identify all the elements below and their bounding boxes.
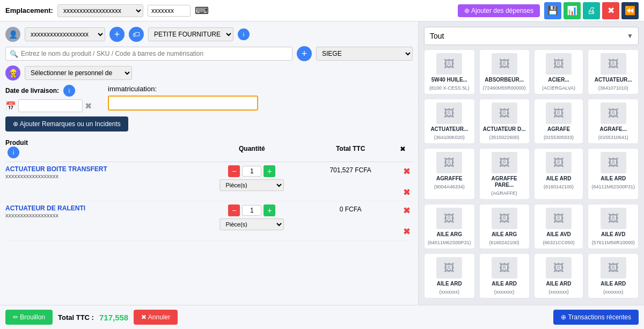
card-name-8: AGRAFFE — [436, 176, 462, 182]
category-icon: 🏷 — [129, 27, 144, 42]
filter-select[interactable]: Tout — [424, 27, 639, 45]
card-image-9: 🖼 — [492, 152, 517, 173]
transactions-button[interactable]: ⊕ Transactions récentes — [553, 310, 639, 325]
delete-product-2[interactable]: ✖ — [403, 206, 410, 216]
search-icon: 🔍 — [10, 50, 18, 58]
card-image-1: 🖼 — [492, 53, 517, 75]
category-info-button[interactable]: i — [238, 28, 250, 40]
card-sku-16: (xxxxxxx) — [440, 289, 460, 295]
product-row2-inner: ACTUATEUR DE RALENTI xxxxxxxxxxxxxxxxxx … — [5, 204, 413, 237]
card-name-11: AILE ARD — [601, 176, 626, 182]
delete-product-1[interactable]: ✖ — [403, 166, 410, 177]
card-name-17: AILE ARD — [492, 281, 517, 287]
personnel-select[interactable]: Sélectionner le personnel de — [25, 66, 132, 80]
card-sku-2: (ACIERGALVA) — [542, 85, 575, 91]
save-icon-button[interactable]: 💾 — [544, 2, 561, 19]
product-card-4[interactable]: 🖼 ACTUATEUR... (364100K020) — [424, 99, 475, 144]
location-input[interactable] — [148, 5, 191, 17]
date-input[interactable] — [18, 99, 83, 112]
qty-plus-2[interactable]: + — [264, 204, 275, 216]
product-card-1[interactable]: 🖼 ABSORBEUR... (72460M55R00000) — [479, 49, 530, 94]
card-image-4: 🖼 — [436, 103, 462, 124]
category-select[interactable]: PETITE FOURNITURE — [148, 27, 233, 41]
top-bar: Emplacement: xxxxxxxxxxxxxxxxxx ⌨ ⊕ Ajou… — [0, 0, 644, 21]
total-amount: 717,558 — [99, 313, 128, 322]
add-person-button[interactable]: + — [109, 27, 125, 42]
person-icon: 👤 — [5, 27, 20, 42]
card-image-18: 🖼 — [546, 257, 572, 279]
search-wrap: 🔍 — [5, 47, 292, 61]
product-card-14[interactable]: 🖼 AILE AVD (66321CC050) — [534, 204, 584, 249]
unit-select-2[interactable]: Pièce(s) — [219, 218, 284, 230]
card-name-5: ACTUATEUR D... — [483, 126, 526, 133]
delete-product-2b[interactable]: ✖ — [403, 226, 410, 237]
qty-minus-2[interactable]: − — [228, 204, 240, 216]
qty-input-2[interactable] — [242, 205, 261, 216]
product-card-9[interactable]: 🖼 AGRAFFE PARE... (AGRAFFE) — [479, 148, 530, 200]
emplacement-label: Emplacement: — [5, 6, 53, 14]
qty-input-1[interactable] — [242, 166, 261, 177]
card-sku-7: (0155310641) — [598, 135, 628, 140]
product-card-3[interactable]: 🖼 ACTUATEUR... (3641071010) — [588, 49, 639, 94]
product-card-16[interactable]: 🖼 AILE ARD (xxxxxxx) — [424, 253, 475, 298]
product-card-5[interactable]: 🖼 ACTUATEUR D... (3515022600) — [479, 99, 530, 144]
calendar-icon: 📅 — [5, 101, 16, 111]
product-card-2[interactable]: 🖼 ACIER... (ACIERGALVA) — [534, 49, 584, 94]
product-card-10[interactable]: 🖼 AILE ARD (6160142100) — [534, 148, 584, 200]
products-header: Produit i Quantité Total TTC ✖ — [5, 136, 413, 162]
close-icon-button[interactable]: ✖ — [602, 2, 619, 19]
product-card-19[interactable]: 🖼 AILE ARD (xxxxxxx) — [588, 253, 639, 298]
search-siege-row: 🔍 + SIEGE — [5, 46, 413, 61]
brouillon-button[interactable]: ✏ Brouillon — [5, 310, 53, 325]
product-name-link-2[interactable]: ACTUATEUR DE RALENTI — [5, 204, 203, 212]
product-info-button[interactable]: i — [8, 147, 19, 158]
product-qty-2: − + Pièce(s) — [203, 204, 302, 230]
card-name-6: AGRAFE — [547, 126, 570, 133]
add-expense-button[interactable]: ⊕ Ajouter des dépenses — [458, 4, 540, 17]
location-select[interactable]: xxxxxxxxxxxxxxxxxx — [57, 4, 143, 17]
add-remark-button[interactable]: ⊕ Ajouter Remarques ou un Incidents — [5, 116, 128, 131]
right-panel: Tout ▼ 🖼 5W40 HUILE... (8100 X-CESS 5L) … — [419, 21, 644, 305]
siege-select[interactable]: SIEGE — [316, 47, 413, 61]
card-image-12: 🖼 — [436, 208, 462, 229]
col-total-header: Total TTC — [301, 145, 400, 152]
product-card-8[interactable]: 🖼 AGRAFFE (9004A46334) — [424, 148, 475, 200]
product-card-7[interactable]: 🖼 AGRAFE... (0155310641) — [588, 99, 639, 144]
card-name-14: AILE AVD — [546, 231, 571, 238]
card-image-11: 🖼 — [601, 152, 626, 173]
product-name-link-1[interactable]: ACTUATEUR BOITE TRANSFERT — [5, 165, 203, 173]
product-card-13[interactable]: 🖼 AILE ARG (6160242100) — [479, 204, 530, 249]
card-sku-19: (xxxxxxx) — [603, 289, 624, 295]
col-product-header: Produit i — [5, 139, 203, 158]
product-card-0[interactable]: 🖼 5W40 HUILE... (8100 X-CESS 5L) — [424, 49, 475, 94]
qty-plus-1[interactable]: + — [264, 165, 275, 177]
product-grid: 🖼 5W40 HUILE... (8100 X-CESS 5L) 🖼 ABSOR… — [424, 49, 639, 298]
search-input[interactable] — [5, 47, 292, 61]
card-image-8: 🖼 — [436, 152, 462, 173]
table-icon-button[interactable]: 📊 — [564, 2, 581, 19]
immat-input[interactable]: xxxxxxxxxxxxxxxxxx — [108, 96, 258, 111]
clear-date-icon[interactable]: ✖ — [85, 101, 92, 111]
product-card-17[interactable]: 🖼 AILE ARD (xxxxxxx) — [479, 253, 530, 298]
card-sku-8: (9004A46334) — [434, 184, 465, 189]
person-select[interactable]: xxxxxxxxxxxxxxxxxx — [25, 27, 105, 41]
product-card-18[interactable]: 🖼 AILE ARD (xxxxxxx) — [534, 253, 584, 298]
product-card-15[interactable]: 🖼 AILE AVD (57611M56R10000) — [588, 204, 639, 249]
keyboard-icon[interactable]: ⌨ — [195, 5, 209, 17]
delivery-info-button[interactable]: i — [63, 85, 75, 97]
immat-label-row: immatriculation: — [108, 85, 258, 93]
annuler-button[interactable]: ✖ Annuler — [134, 310, 178, 325]
card-image-16: 🖼 — [436, 257, 462, 279]
print-icon-button[interactable]: 🖨 — [583, 2, 600, 19]
unit-select-1[interactable]: Pièce(s) — [219, 179, 284, 191]
delete-product-1b[interactable]: ✖ — [403, 187, 410, 198]
back-icon-button[interactable]: ⏪ — [621, 2, 639, 19]
product-row1-inner: ACTUATEUR BOITE TRANSFERT xxxxxxxxxxxxxx… — [5, 165, 413, 198]
product-sku-1: xxxxxxxxxxxxxxxxxx — [5, 173, 203, 179]
qty-minus-1[interactable]: − — [228, 165, 240, 177]
product-card-6[interactable]: 🖼 AGRAFE (0155305933) — [534, 99, 584, 144]
product-card-12[interactable]: 🖼 AILE ARG (64511M62S00P31) — [424, 204, 475, 249]
add-search-button[interactable]: + — [297, 46, 312, 61]
col-del-header: ✖ — [400, 145, 413, 153]
product-card-11[interactable]: 🖼 AILE ARD (64111M62S00P31) — [588, 148, 639, 200]
